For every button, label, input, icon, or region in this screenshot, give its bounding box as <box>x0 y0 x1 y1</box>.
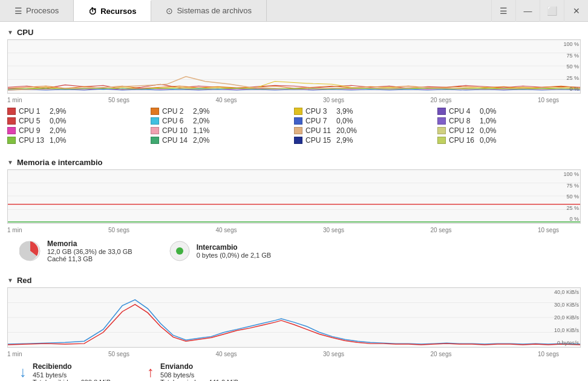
cpu-legend-item: CPU 101,1% <box>151 126 294 135</box>
svg-point-12 <box>176 247 183 255</box>
cpu-item-label: CPU 11 <box>305 126 333 135</box>
memory-section-title: Memoria e intercambio <box>17 158 103 167</box>
network-info: ↓ Recibiendo 451 bytes/s Total recibidos… <box>7 359 581 381</box>
cpu-legend-item: CPU 70,0% <box>294 117 437 125</box>
cpu-color-box <box>151 108 159 115</box>
memoria-detail2: Caché 11,3 GB <box>47 255 132 262</box>
cpu-color-box <box>294 137 302 144</box>
tab-procesos[interactable]: ☰ Procesos <box>0 0 74 21</box>
cpu-color-box <box>7 137 16 144</box>
cpu-item-label: CPU 2 <box>162 107 190 116</box>
tab-archivos[interactable]: ⊙ Sistemas de archivos <box>151 0 267 21</box>
intercambio-title: Intercambio <box>197 243 272 252</box>
cpu-legend-item: CPU 131,0% <box>7 136 151 145</box>
cpu-color-box <box>437 127 446 134</box>
intercambio-item: Intercambio 0 bytes (0,0%) de 2,1 GB <box>169 240 272 262</box>
network-section-title: Red <box>17 276 32 285</box>
cpu-item-label: CPU 16 <box>449 136 477 145</box>
cpu-color-box <box>294 117 302 125</box>
network-x-labels: 1 min 50 segs 40 segs 30 segs 20 segs 10… <box>7 350 581 359</box>
cpu-item-label: CPU 15 <box>305 136 333 145</box>
menu-button[interactable]: ☰ <box>491 0 515 22</box>
cpu-color-box <box>7 127 16 134</box>
network-collapse-arrow: ▼ <box>7 277 13 284</box>
cpu-item-pct: 2,9% <box>50 107 66 116</box>
memory-chart-svg <box>8 170 580 223</box>
cpu-legend-item: CPU 22,9% <box>151 107 294 116</box>
cpu-item-pct: 20,0% <box>336 126 357 135</box>
cpu-item-pct: 2,0% <box>193 117 209 125</box>
cpu-color-box <box>294 127 302 134</box>
network-chart-svg <box>8 288 580 347</box>
memoria-detail1: 12,0 GB (36,3%) de 33,0 GB <box>47 248 132 255</box>
intercambio-detail1: 0 bytes (0,0%) de 2,1 GB <box>197 252 272 259</box>
cpu-item-pct: 3,9% <box>336 107 353 116</box>
send-rate: 508 bytes/s <box>160 371 238 379</box>
cpu-x-labels: 1 min 50 segs 40 segs 30 segs 20 segs 10… <box>7 96 581 105</box>
cpu-color-box <box>294 108 302 115</box>
cpu-item-pct: 1,0% <box>480 117 496 125</box>
cpu-item-label: CPU 14 <box>162 136 190 145</box>
cpu-item-label: CPU 12 <box>449 126 477 135</box>
cpu-item-pct: 0,0% <box>480 126 496 135</box>
cpu-legend-item: CPU 50,0% <box>7 117 151 125</box>
tab-recursos[interactable]: ⏱ Recursos <box>74 0 151 21</box>
swap-icon <box>169 240 191 262</box>
memoria-title: Memoria <box>47 239 132 248</box>
cpu-legend-item: CPU 33,9% <box>294 107 437 116</box>
cpu-item-pct: 0,0% <box>50 117 66 125</box>
cpu-color-box <box>7 117 16 125</box>
archivos-icon: ⊙ <box>166 6 173 16</box>
cpu-chart-svg <box>8 40 580 93</box>
maximize-button[interactable]: ⬜ <box>540 0 564 22</box>
cpu-legend-item: CPU 12,9% <box>7 107 151 116</box>
send-label: Enviando <box>160 362 238 371</box>
cpu-collapse-arrow: ▼ <box>7 29 13 36</box>
network-y-labels: 40,0 KiB/s 30,0 KiB/s 20,0 KiB/s 10,0 Ki… <box>551 288 580 347</box>
cpu-item-pct: 0,0% <box>336 117 353 125</box>
cpu-color-box <box>151 117 159 125</box>
cpu-section-header[interactable]: ▼ CPU <box>7 24 581 39</box>
cpu-item-label: CPU 3 <box>305 107 333 116</box>
network-section-header[interactable]: ▼ Red <box>7 272 581 287</box>
cpu-item-label: CPU 5 <box>19 117 47 125</box>
titlebar: ☰ Procesos ⏱ Recursos ⊙ Sistemas de arch… <box>0 0 588 22</box>
main-content: ▼ CPU 100 % 75 % 50 % 25 % 0 % <box>0 22 588 381</box>
memory-section-header[interactable]: ▼ Memoria e intercambio <box>7 154 581 169</box>
memoria-item: Memoria 12,0 GB (36,3%) de 33,0 GB Caché… <box>19 239 132 262</box>
memory-info: Memoria 12,0 GB (36,3%) de 33,0 GB Caché… <box>7 235 581 265</box>
cpu-item-pct: 2,9% <box>193 107 209 116</box>
close-button[interactable]: ✕ <box>564 0 588 22</box>
network-chart: 40,0 KiB/s 30,0 KiB/s 20,0 KiB/s 10,0 Ki… <box>7 287 581 348</box>
minimize-button[interactable]: — <box>515 0 540 22</box>
cpu-legend-item: CPU 92,0% <box>7 126 151 135</box>
cpu-item-pct: 2,0% <box>193 136 209 145</box>
cpu-color-box <box>437 117 446 125</box>
cpu-color-box <box>437 137 446 144</box>
recv-arrow-icon: ↓ <box>19 363 27 380</box>
cpu-item-pct: 0,0% <box>480 136 496 145</box>
cpu-color-box <box>437 108 446 115</box>
cpu-color-box <box>7 108 16 115</box>
cpu-section-title: CPU <box>17 28 33 37</box>
memory-collapse-arrow: ▼ <box>7 159 13 166</box>
send-arrow-icon: ↑ <box>147 363 154 380</box>
cpu-legend-item: CPU 1120,0% <box>294 126 437 135</box>
cpu-item-pct: 0,0% <box>480 107 496 116</box>
cpu-legend-item: CPU 152,9% <box>294 136 437 145</box>
cpu-color-box <box>151 137 159 144</box>
network-section: ▼ Red 40,0 KiB/s 30,0 KiB/s 20,0 KiB/s 1… <box>0 270 588 381</box>
cpu-item-label: CPU 8 <box>449 117 477 125</box>
cpu-item-label: CPU 13 <box>19 136 47 145</box>
cpu-color-box <box>151 127 159 134</box>
cpu-legend-item: CPU 40,0% <box>437 107 581 116</box>
memory-pie-icon <box>19 240 41 262</box>
recursos-icon: ⏱ <box>88 7 97 16</box>
cpu-legend-item: CPU 120,0% <box>437 126 581 135</box>
recv-rate: 451 bytes/s <box>33 371 111 379</box>
send-total-label: Total enviados 441,0 MiB <box>160 379 238 381</box>
cpu-legend-item: CPU 160,0% <box>437 136 581 145</box>
cpu-item-label: CPU 6 <box>162 117 190 125</box>
cpu-legend-item: CPU 142,0% <box>151 136 294 145</box>
cpu-chart: 100 % 75 % 50 % 25 % 0 % <box>7 39 581 94</box>
